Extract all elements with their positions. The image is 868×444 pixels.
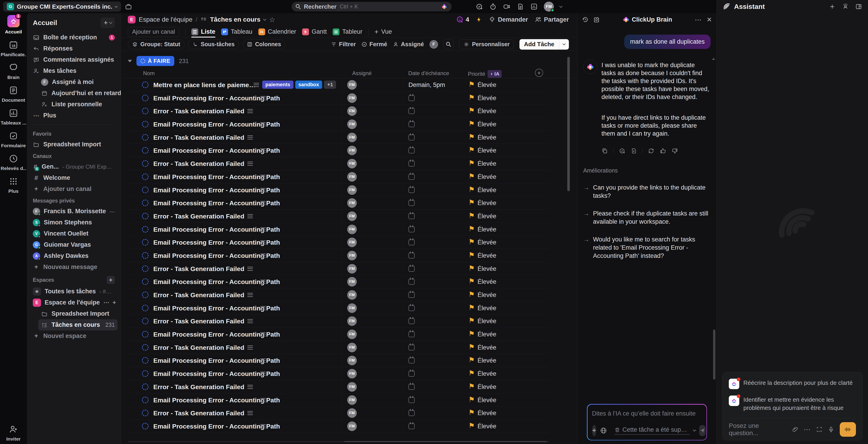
task-title[interactable]: Error - Task Generation Failed [153, 108, 244, 115]
assignee-avatar[interactable]: FM [347, 119, 357, 129]
close-icon[interactable]: ✕ [707, 16, 712, 24]
calendar-add-icon[interactable] [408, 279, 415, 285]
suggestion-item[interactable]: → Can you provide the links to the dupli… [583, 183, 711, 200]
tab-tableau[interactable]: Tableau [221, 26, 252, 38]
horizontal-scrollbar[interactable] [128, 441, 549, 442]
sidebar-item-taches-en-cours[interactable]: Tâches en cours 231 [38, 319, 118, 331]
sidebar-item-channel-welcome[interactable]: # Welcome [30, 172, 118, 183]
priority-flag-icon[interactable]: ⚑ [468, 369, 475, 377]
task-status-icon[interactable] [142, 108, 149, 114]
rail-item-tableaux[interactable]: Tableaux ... [1, 108, 26, 126]
dashboard-icon[interactable] [530, 3, 538, 10]
brain-menu-icon[interactable]: ⋯ [695, 16, 702, 24]
priority-flag-icon[interactable]: ⚑ [468, 172, 475, 180]
sidebar-item-assigned-to-me[interactable]: F Assigné à moi [38, 76, 118, 88]
task-title[interactable]: Error - Task Generation Failed [153, 344, 244, 351]
task-row[interactable]: Error - Task Generation Failed FM ⚑ Élev… [128, 131, 549, 144]
rail-item-accueil[interactable]: 1 Accueil [5, 15, 22, 35]
task-status-icon[interactable] [142, 397, 149, 403]
task-status-icon[interactable] [142, 292, 149, 298]
assignee-avatar[interactable]: FM [347, 93, 357, 103]
tab-liste[interactable]: Liste [191, 26, 215, 38]
assignee-avatar[interactable]: FM [347, 316, 357, 326]
task-status-icon[interactable] [142, 160, 149, 167]
task-status-icon[interactable] [142, 81, 149, 88]
calendar-add-icon[interactable] [408, 318, 415, 324]
assignee-avatar[interactable]: FM [347, 343, 357, 352]
column-priority[interactable]: Priorité IA [468, 70, 502, 78]
dm-item[interactable]: G Guiomar Vargas [30, 239, 118, 250]
sidebar-add-channel[interactable]: + Ajouter un canal [30, 183, 118, 195]
ai-agent-badge[interactable]: 4 [456, 16, 469, 24]
calendar-add-icon[interactable] [408, 187, 415, 193]
priority-flag-icon[interactable]: ⚑ [468, 356, 475, 364]
priority-flag-icon[interactable]: ⚑ [468, 264, 475, 272]
dm-item[interactable]: F Francis B. Morissette — Vous [30, 206, 118, 217]
rail-item-plus[interactable]: Plus [8, 176, 19, 194]
task-status-icon[interactable] [142, 331, 149, 338]
attach-plus-button[interactable]: + [592, 425, 596, 436]
microphone-icon[interactable] [828, 426, 834, 433]
sidebar-item-assigned-comments[interactable]: Commentaires assignés [30, 54, 118, 65]
status-group-pill[interactable]: À FAIRE [136, 56, 174, 66]
sidebar-item-team-space[interactable]: E Espace de l'équipe ⋯+ [30, 297, 118, 308]
send-button[interactable] [699, 425, 706, 436]
task-row[interactable]: Error - Task Generation Failed FM ⚑ Élev… [128, 341, 549, 354]
sidebar-item-favorite-folder[interactable]: Spreadsheet Import [30, 139, 118, 150]
group-by-button[interactable]: Groupe: Statut [128, 40, 185, 49]
suggestion-item[interactable]: → Would you like me to search for tasks … [583, 235, 711, 260]
calendar-add-icon[interactable] [408, 174, 415, 180]
calendar-add-icon[interactable] [408, 292, 415, 298]
thumbs-up-icon[interactable] [660, 148, 666, 154]
task-row[interactable]: Email Processing Error - Accounting Path… [128, 328, 549, 341]
voice-icon[interactable] [842, 3, 849, 10]
open-panel-icon[interactable] [855, 3, 862, 10]
task-status-icon[interactable] [142, 121, 149, 128]
calendar-add-icon[interactable] [408, 371, 415, 377]
regenerate-icon[interactable] [648, 148, 654, 154]
user-avatar[interactable]: FM [544, 2, 554, 11]
automation-bolt-icon[interactable] [476, 16, 482, 23]
voice-mode-button[interactable] [840, 422, 856, 437]
tag[interactable]: paiements [262, 80, 293, 89]
assignee-avatar[interactable]: FM [347, 369, 357, 378]
task-status-icon[interactable] [142, 200, 149, 206]
task-row[interactable]: Email Processing Error - Accounting Path… [128, 394, 549, 407]
tab-calendrier[interactable]: 31Calendrier [258, 26, 297, 38]
create-task-icon[interactable] [475, 3, 483, 10]
add-space-button[interactable]: + [106, 276, 115, 284]
ai-sparkle-icon[interactable] [441, 3, 447, 10]
sidebar-new-message[interactable]: + Nouveau message [30, 262, 118, 273]
priority-flag-icon[interactable]: ⚑ [468, 316, 475, 325]
sidebar-item-all-tasks[interactable]: Toutes les tâches - #Groupe CM... [30, 286, 118, 297]
calendar-add-icon[interactable] [408, 147, 415, 153]
record-clip-icon[interactable] [503, 3, 510, 10]
assignee-avatar[interactable]: FM [347, 264, 357, 274]
task-row[interactable]: Email Processing Error - Accounting Path… [128, 144, 549, 157]
chevron-down-icon[interactable] [693, 428, 696, 432]
calendar-add-icon[interactable] [408, 384, 415, 390]
assignee-avatar[interactable]: FM [347, 198, 357, 208]
task-status-icon[interactable] [142, 226, 149, 233]
column-due-date[interactable]: Date d'échéance [408, 70, 449, 76]
assignee-avatar[interactable]: FM [347, 80, 357, 90]
dm-item[interactable]: V Vincent Ouellet [30, 228, 118, 239]
thumbs-down-icon[interactable] [672, 148, 678, 154]
briefcase-icon[interactable] [125, 3, 132, 10]
task-status-icon[interactable] [142, 423, 149, 430]
task-title[interactable]: Error - Task Generation Failed [153, 383, 244, 391]
collapse-group-icon[interactable] [128, 60, 132, 62]
assignee-avatar[interactable]: FM [347, 133, 357, 142]
task-status-icon[interactable] [142, 147, 149, 153]
priority-flag-icon[interactable]: ⚑ [468, 395, 475, 404]
calendar-add-icon[interactable] [408, 121, 415, 127]
task-title[interactable]: Error - Task Generation Failed [153, 265, 244, 273]
assignee-avatar[interactable]: FM [347, 382, 357, 392]
new-thread-icon[interactable] [829, 3, 836, 10]
task-status-icon[interactable] [142, 186, 149, 193]
rail-item-releves[interactable]: Relevés d... [1, 153, 26, 171]
priority-flag-icon[interactable]: ⚑ [468, 277, 475, 285]
invite-button[interactable]: Inviter [6, 424, 21, 442]
suggestion-item[interactable]: → Please check if the duplicate tasks ar… [583, 209, 711, 226]
favorite-star-icon[interactable]: ☆ [269, 16, 275, 24]
